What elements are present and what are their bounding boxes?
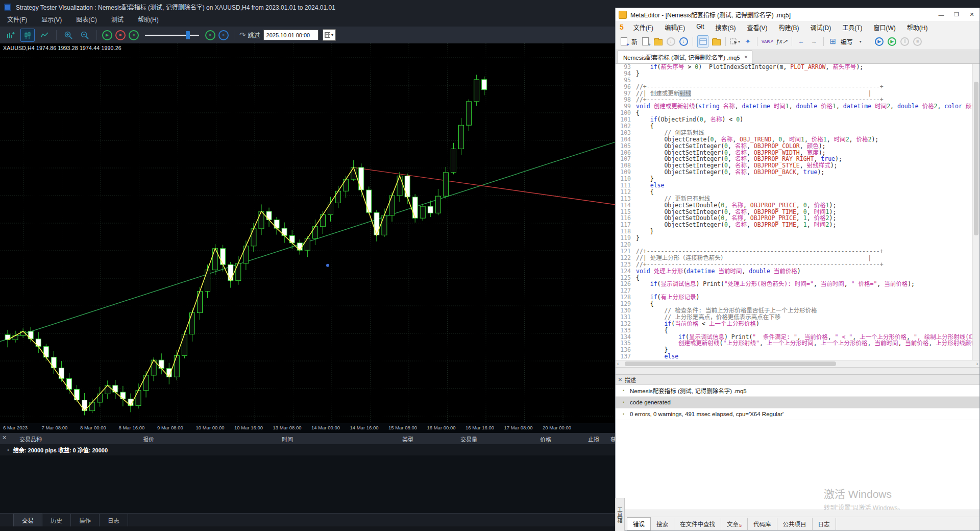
- menu-item[interactable]: 图表(C): [69, 14, 104, 27]
- column-header-1[interactable]: 交易品种: [19, 435, 42, 443]
- column-header-5[interactable]: 交易量: [460, 435, 477, 443]
- toolbox-tab[interactable]: 搜索: [651, 518, 674, 530]
- skip-to-end-button[interactable]: »: [218, 30, 229, 40]
- toolbox-tab[interactable]: 在文件中查找: [674, 518, 721, 530]
- tester-tab[interactable]: 交易: [13, 514, 42, 526]
- code-line[interactable]: 132 if(当前价格 < 上一个上分形价格): [616, 321, 979, 327]
- menu-item[interactable]: 文件(F): [628, 23, 659, 32]
- column-header-7[interactable]: 止损: [588, 435, 599, 443]
- output-row[interactable]: •Nemesis配套指标 (测试, 记得删除名字) .mq5: [616, 385, 979, 397]
- navigator-icon[interactable]: [711, 36, 721, 47]
- scroll-left-icon[interactable]: ‹: [617, 360, 619, 367]
- editor-horizontal-scrollbar[interactable]: ‹ ›: [616, 360, 979, 367]
- code-line[interactable]: 101 if(ObjectFind(0, 名称) < 0): [616, 116, 979, 123]
- menu-item[interactable]: 帮助(H): [901, 23, 934, 32]
- code-line[interactable]: 99void 创建或更新射线(string 名称, datetime 时间1, …: [616, 103, 979, 110]
- code-line[interactable]: 137 else: [616, 353, 979, 360]
- toolbox-side-tab[interactable]: 工具箱: [615, 498, 625, 531]
- code-line[interactable]: 94}: [616, 70, 979, 77]
- column-header-8[interactable]: 获利: [610, 435, 615, 443]
- code-line[interactable]: 119}: [616, 235, 979, 242]
- column-header-4[interactable]: 类型: [402, 435, 413, 443]
- step-forward-icon[interactable]: [4, 29, 17, 41]
- price-chart[interactable]: [0, 43, 615, 423]
- rewind-button[interactable]: «: [129, 30, 139, 40]
- scrollbar-thumb[interactable]: [974, 82, 978, 236]
- code-line[interactable]: 126 if(显示调试信息) Print("处理上分形(粉色箭头): 时间=",…: [616, 281, 979, 287]
- tester-tab[interactable]: 操作: [71, 514, 100, 526]
- menu-item[interactable]: 显示(V): [34, 14, 69, 27]
- ai-assistant-icon[interactable]: ✦: [743, 36, 753, 47]
- zoom-in-icon[interactable]: [62, 29, 75, 41]
- editor-tab[interactable]: Nemesis配套指标 (测试, 记得删除名字) .mq5 ✕: [618, 51, 752, 63]
- toolbox-tab[interactable]: 日志: [813, 518, 836, 530]
- toolbox-tab[interactable]: 公共项目: [777, 518, 813, 530]
- output-row[interactable]: •0 errors, 0 warnings, 491 msec elapsed,…: [616, 408, 979, 420]
- code-line[interactable]: 124void 处理上分形(datetime 当前时间, double 当前价格…: [616, 268, 979, 275]
- var-icon[interactable]: VAR↗: [762, 36, 773, 47]
- column-header-3[interactable]: 时间: [282, 435, 293, 443]
- scrollbar-thumb[interactable]: [625, 361, 836, 366]
- menu-item[interactable]: Git: [691, 23, 709, 32]
- compile-icon[interactable]: ⊞: [828, 36, 838, 47]
- run-icon[interactable]: ▶: [887, 36, 897, 47]
- skip-icon[interactable]: ↷: [239, 31, 246, 40]
- close-panel-icon[interactable]: ✕: [2, 435, 7, 441]
- metaeditor-titlebar[interactable]: MetaEditor - [Nemesis配套指标 (测试, 记得删除名字) .…: [616, 8, 979, 21]
- forward-icon[interactable]: →: [809, 36, 819, 47]
- menu-item[interactable]: 文件(F): [0, 14, 34, 27]
- play-button[interactable]: ▶: [102, 30, 112, 40]
- compile-dropdown-icon[interactable]: ▾: [855, 36, 866, 47]
- stop-debug-icon[interactable]: ■: [913, 36, 923, 47]
- tester-titlebar[interactable]: Strategy Tester Visualization : Nemesis配…: [0, 0, 615, 14]
- maximize-button[interactable]: ❐: [949, 10, 964, 19]
- code-line[interactable]: 118 }: [616, 228, 979, 235]
- code-line[interactable]: 117 ObjectSetInteger(0, 名称, OBJPROP_TIME…: [616, 222, 979, 228]
- menu-item[interactable]: 帮助(H): [131, 14, 166, 27]
- menu-item[interactable]: 工具(T): [837, 23, 868, 32]
- tester-tab[interactable]: 历史: [42, 514, 71, 526]
- panel-splitter[interactable]: [616, 367, 979, 374]
- toolbox-scrollbar[interactable]: ‹: [616, 510, 979, 517]
- menu-item[interactable]: 窗口(W): [868, 23, 901, 32]
- close-button[interactable]: ✕: [964, 10, 979, 19]
- menu-item[interactable]: 搜索(S): [709, 23, 741, 32]
- code-line[interactable]: 128 if(有上分形记录): [616, 294, 979, 301]
- code-line[interactable]: 93 if(箭头序号 > 0) PlotIndexSetInteger(m, P…: [616, 64, 979, 70]
- menu-item[interactable]: 编辑(E): [659, 23, 691, 32]
- code-line[interactable]: 135 创建或更新射线("上分形射线", 上一个上分形时间, 上一个上分形价格,…: [616, 340, 979, 347]
- column-header-2[interactable]: 报价: [143, 435, 154, 443]
- scroll-right-icon[interactable]: ›: [976, 360, 978, 367]
- minimize-button[interactable]: —: [934, 10, 949, 19]
- editor-vertical-scrollbar[interactable]: [972, 64, 979, 360]
- menu-item[interactable]: 测试: [104, 14, 131, 27]
- open-folder-icon[interactable]: [653, 36, 663, 47]
- code-line[interactable]: 111 else: [616, 182, 979, 189]
- column-header-6[interactable]: 价格: [540, 435, 551, 443]
- playback-speed-slider[interactable]: [145, 30, 199, 40]
- debug-start-icon[interactable]: ▶: [874, 36, 885, 47]
- candlestick-chart-icon[interactable]: [20, 29, 35, 42]
- code-editor[interactable]: 93 if(箭头序号 > 0) PlotIndexSetInteger(m, P…: [616, 64, 979, 360]
- save-icon[interactable]: ↓: [666, 36, 676, 47]
- menu-item[interactable]: 调试(D): [804, 23, 837, 32]
- compile-label[interactable]: 编写: [841, 37, 853, 46]
- slider-track[interactable]: [145, 35, 199, 36]
- toolbox-tab[interactable]: 文章5: [721, 518, 748, 530]
- toolbox-tab[interactable]: 代码库: [748, 518, 777, 530]
- menu-item[interactable]: 构建(B): [773, 23, 804, 32]
- code-lines[interactable]: 93 if(箭头序号 > 0) PlotIndexSetInteger(m, P…: [616, 64, 979, 360]
- download-icon[interactable]: ↓: [678, 36, 689, 47]
- menu-item[interactable]: 查看(V): [741, 23, 773, 32]
- close-toolbox-icon[interactable]: ✕: [616, 377, 625, 382]
- line-chart-icon[interactable]: [38, 29, 51, 41]
- layout-icon[interactable]: [697, 35, 708, 47]
- calendar-dropdown-button[interactable]: ▾: [323, 29, 336, 41]
- code-line[interactable]: 109 ObjectSetInteger(0, 名称, OBJPROP_BACK…: [616, 169, 979, 176]
- styler-icon[interactable]: ▾: [730, 36, 740, 47]
- stop-button[interactable]: ■: [115, 30, 126, 40]
- time-axis[interactable]: 6 Mar 20237 Mar 08:008 Mar 00:008 Mar 16…: [0, 423, 615, 433]
- trades-table-body[interactable]: [0, 455, 615, 513]
- skip-date-input[interactable]: 2025.10.01 00:00: [263, 30, 318, 40]
- chart-area[interactable]: XAUUSD,H4 1974.86 1993.28 1974.44 1990.2…: [0, 43, 615, 423]
